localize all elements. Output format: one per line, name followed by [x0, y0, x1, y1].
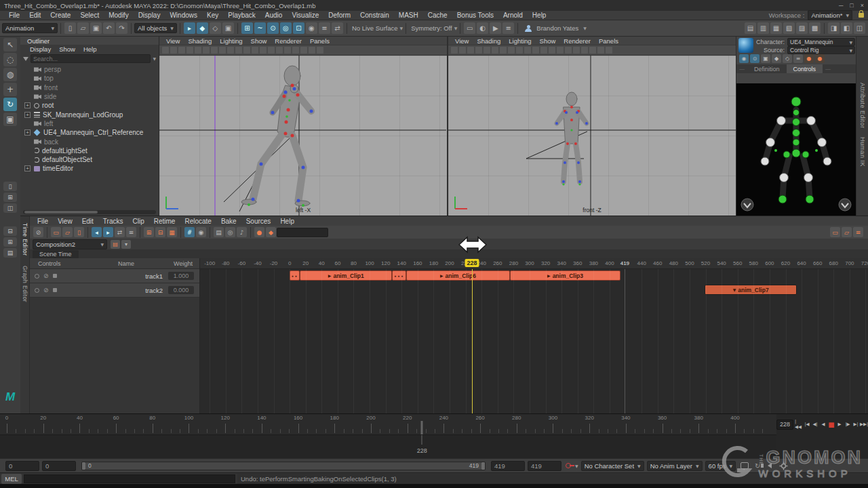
go-to-start-button[interactable]: |◀◀	[795, 420, 803, 429]
clip-collapse-icon[interactable]: ▶	[440, 273, 443, 278]
viewport-left[interactable]: ViewShadingLightingShowRendererPanels	[159, 37, 447, 216]
range-bar[interactable]	[85, 462, 481, 470]
viewport-menu-item[interactable]: View	[162, 37, 184, 45]
lock-character-icon[interactable]: ◉	[739, 54, 749, 63]
character-set-dropdown[interactable]: No Character Set▼	[581, 461, 644, 471]
select-tool-icon[interactable]: ↖	[3, 38, 17, 52]
time-editor-menu-item[interactable]: File	[33, 218, 53, 225]
anti-alias-icon[interactable]	[309, 47, 315, 54]
resolution-gate-icon[interactable]: ▧	[783, 22, 795, 34]
menu-item[interactable]: Deform	[323, 12, 355, 19]
time-slider[interactable]: 0204060801001201401601802002202402602803…	[0, 414, 776, 434]
zero-key-icon[interactable]: ◆	[266, 227, 276, 237]
live-surface-label[interactable]: No Live Surface	[352, 24, 398, 32]
paint-select-tool-icon[interactable]: ◍	[3, 68, 17, 81]
split-pane-layout-icon[interactable]: ◫	[3, 203, 17, 213]
gate-mask-icon[interactable]: ▨	[796, 22, 808, 34]
outliner-menu-item[interactable]: Help	[79, 45, 101, 53]
rotate-tool-icon[interactable]: ↻	[3, 98, 17, 111]
range-start-handle[interactable]	[82, 462, 85, 470]
shaded-icon[interactable]	[268, 47, 275, 54]
isolate-select-icon[interactable]	[219, 47, 226, 54]
current-time-field[interactable]: 228	[776, 420, 793, 430]
loop-playback-icon[interactable]: ↻	[755, 462, 760, 470]
track-lock-icon[interactable]	[53, 274, 57, 278]
oversampling-icon[interactable]	[500, 47, 507, 54]
new-scene-icon[interactable]: ▯	[64, 22, 76, 34]
lasso-tool-icon[interactable]: ◌	[3, 53, 17, 66]
composition-options-icon[interactable]: ▾	[121, 240, 131, 249]
menu-item[interactable]: MASH	[394, 12, 423, 19]
symmetry-dropdown[interactable]: Symmetry: Off	[411, 24, 452, 32]
magnet-icon[interactable]: ◉	[196, 227, 206, 237]
outliner-item[interactable]: + SK_Mannequin_LodGroup	[20, 110, 159, 119]
expand-icon[interactable]: +	[24, 129, 31, 136]
expand-icon[interactable]: +	[24, 112, 31, 118]
outliner-item[interactable]: + persp	[20, 65, 159, 74]
outliner-item[interactable]: + timeEditor	[20, 164, 159, 173]
four-pane-layout-icon[interactable]: ⊞	[3, 192, 17, 202]
range-end-handle[interactable]	[481, 462, 485, 470]
scene-time-tab[interactable]: Scene Time	[33, 250, 79, 258]
clip-name-field[interactable]	[277, 228, 328, 237]
maximize-button[interactable]: □	[850, 2, 853, 9]
character-picker[interactable]	[736, 83, 856, 216]
viewport-canvas-left[interactable]: left -X	[159, 56, 447, 216]
time-editor-menu-item[interactable]: Relocate	[180, 218, 216, 225]
time-editor-menu-item[interactable]: Edit	[77, 218, 98, 225]
grid-display-icon[interactable]: ▤	[214, 227, 224, 237]
resolution-gate-icon[interactable]	[227, 47, 234, 54]
wireframe-icon[interactable]	[549, 47, 555, 54]
dock-tab[interactable]: Attribute Editor	[859, 83, 866, 129]
key-selection-icon[interactable]: ●	[815, 54, 825, 63]
character-dropdown[interactable]: UE4_Mannequin▼	[787, 38, 855, 46]
clip-collapse-icon[interactable]: ▶	[328, 273, 332, 278]
clip-collapse-icon[interactable]: ▼	[733, 287, 736, 292]
camera-attributes-icon[interactable]	[467, 47, 474, 54]
safe-title-icon[interactable]	[540, 47, 547, 54]
snap-to-curve-icon[interactable]: ~	[254, 22, 266, 34]
time-editor-menu-item[interactable]: Tracks	[98, 218, 128, 225]
playback-message-icon[interactable]	[741, 462, 749, 469]
viewport-menu-item[interactable]: Renderer	[559, 37, 595, 45]
fps-dropdown[interactable]: 60 fps▼	[705, 461, 736, 471]
animation-start-field[interactable]: 0	[5, 461, 39, 471]
output-connections-icon[interactable]: ⇄	[332, 22, 343, 34]
gate-mask-icon[interactable]	[235, 47, 242, 54]
ghosting-icon[interactable]: ◎	[225, 227, 235, 237]
ipr-render-icon[interactable]: ▶	[490, 22, 501, 34]
menu-item[interactable]: Select	[75, 12, 104, 19]
track-solo-icon[interactable]	[35, 274, 39, 279]
outliner-item[interactable]: + UE4_Mannequin_Ctrl_Reference	[20, 128, 159, 137]
outliner-item[interactable]: + front	[20, 83, 159, 92]
menu-item[interactable]: Create	[45, 12, 75, 19]
add-animation-clip-icon[interactable]: ▭	[51, 227, 61, 237]
chevron-down-icon[interactable]: ▼	[454, 26, 458, 30]
single-pane-layout-icon[interactable]: ▯	[3, 182, 17, 191]
outliner-item[interactable]: + left	[20, 119, 159, 128]
viewport-menu-item[interactable]: Shading	[473, 37, 505, 45]
time-editor-menu-item[interactable]: Clip	[128, 218, 149, 225]
source-dropdown[interactable]: Control Rig▼	[787, 46, 855, 54]
select-all-controls-icon[interactable]: ≡	[793, 54, 803, 63]
open-scene-icon[interactable]: ▱	[77, 22, 89, 34]
close-button[interactable]: ×	[861, 2, 864, 9]
anti-alias-icon[interactable]	[597, 47, 604, 54]
clip-collapse-icon[interactable]: ▶	[547, 273, 551, 278]
lights-icon[interactable]	[573, 47, 580, 54]
bookmarks-icon[interactable]	[475, 47, 482, 54]
select-object-icon[interactable]: ◆	[197, 22, 208, 34]
expand-icon[interactable]: +	[24, 102, 31, 108]
step-back-frame-button[interactable]: ◀|	[811, 420, 819, 429]
time-editor-options-icon[interactable]: ≡	[853, 227, 863, 237]
chevron-down-icon[interactable]: ▼	[400, 26, 403, 30]
motion-blur-icon[interactable]	[606, 47, 612, 54]
textured-icon[interactable]	[565, 47, 572, 54]
viewport-menu-item[interactable]: Lighting	[505, 37, 535, 45]
step-back-key-button[interactable]: |◀	[803, 420, 811, 429]
outliner-item[interactable]: + side	[20, 92, 159, 101]
nudge-clip-right-icon[interactable]: ▸	[103, 227, 113, 237]
outliner-item[interactable]: + top	[20, 74, 159, 83]
dock-tab[interactable]: Human IK	[859, 137, 866, 167]
menu-item[interactable]: Visualize	[287, 12, 323, 19]
